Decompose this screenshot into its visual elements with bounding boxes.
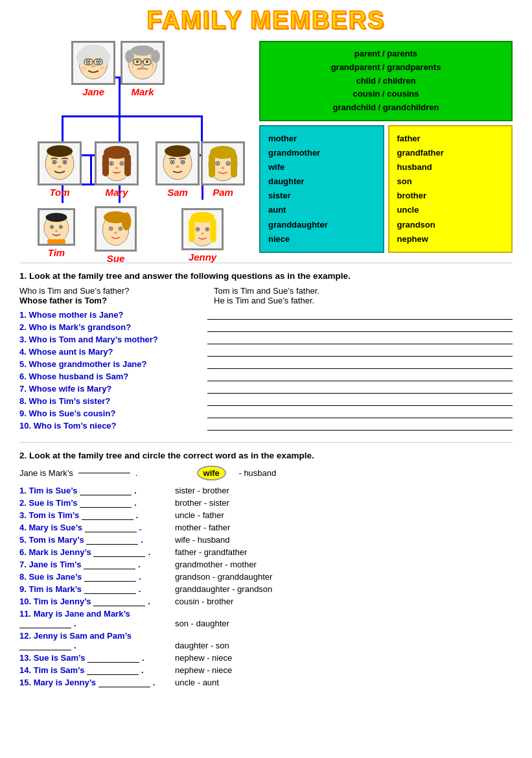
section-1: 1. Look at the family tree and answer th…	[19, 271, 513, 431]
s2-left-4: 4. Mary is Sue’s .	[19, 523, 175, 532]
question-3-text: 3. Who is Tom and Mary’s mother?	[19, 335, 207, 344]
svg-point-16	[125, 50, 134, 63]
question-8-text: 8. Who is Tim’s sister?	[19, 396, 207, 406]
svg-point-55	[222, 167, 225, 169]
person-tim: Tim	[38, 208, 75, 258]
svg-point-63	[55, 230, 58, 231]
svg-point-17	[151, 50, 160, 63]
s2-left-15: 15. Mary is Jenny’s .	[19, 678, 175, 687]
s2-left-10: 10. Tim is Jenny’s .	[19, 597, 175, 606]
svg-point-13	[100, 67, 105, 70]
s2-options-14: nephew - niece	[175, 665, 513, 675]
example-a2: He is Tim and Sue’s father.	[214, 296, 513, 305]
example-a1: Tom is Tim and Sue’s father.	[214, 286, 513, 296]
section2-title: 2. Look at the family tree and circle th…	[19, 451, 513, 460]
vocab-green-box: parent / parents grandparent / grandpare…	[259, 41, 513, 121]
svg-point-28	[54, 161, 56, 163]
question-row-2: 2. Who is Mark’s grandson?	[19, 322, 513, 332]
s2-row-12: 12. Jenny is Sam and Pam’s .daughter - s…	[19, 631, 513, 650]
svg-rect-58	[47, 239, 65, 244]
s2-row-2: 2. Sue is Tim’s .brother - sister	[19, 498, 513, 508]
s2-row-10: 10. Tim is Jenny’s .cousin - brother	[19, 597, 513, 606]
s2-blank-7	[84, 569, 135, 569]
s2-options-13: nephew - niece	[175, 653, 513, 663]
svg-point-23	[141, 65, 145, 68]
s2-options-11: son - daughter	[175, 619, 513, 628]
s2-options-12: daughter - son	[175, 641, 513, 650]
s2-blank-11	[19, 628, 71, 628]
s2-left-13: 13. Sue is Sam’s .	[19, 653, 175, 663]
svg-point-66	[122, 213, 132, 231]
svg-rect-49	[209, 153, 215, 178]
s2-options-2: brother - sister	[175, 498, 513, 508]
s2-row-5: 5. Tom is Mary’s .wife - husband	[19, 535, 513, 545]
question-row-8: 8. Who is Tim’s sister?	[19, 396, 513, 406]
section2-rows: 1. Tim is Sue’s .sister - brother2. Sue …	[19, 486, 513, 687]
s2-left-6: 6. Mark is Jenny’s .	[19, 547, 175, 557]
svg-rect-74	[189, 218, 194, 242]
question-row-7: 7. Whose wife is Mary?	[19, 383, 513, 394]
svg-point-29	[64, 161, 66, 163]
s2-options-9: granddaughter - grandson	[175, 584, 513, 594]
svg-point-25	[47, 145, 73, 157]
person-sue: Sue	[95, 206, 137, 264]
question-9-text: 9. Who is Sue’s cousin?	[19, 409, 207, 418]
svg-point-38	[121, 163, 123, 165]
question-row-5: 5. Whose grandmother is Jane?	[19, 359, 513, 369]
question-row-1: 1. Whose mother is Jane?	[19, 309, 513, 320]
s2-blank-8	[84, 581, 136, 582]
s2-left-14: 14. Tim is Sam’s .	[19, 665, 175, 675]
svg-point-80	[201, 232, 204, 235]
s2-blank-4	[85, 532, 137, 532]
s2-options-1: sister - brother	[175, 486, 513, 495]
s2-row-9: 9. Tim is Mark’s .granddaughter - grands…	[19, 584, 513, 594]
s2-left-3: 3. Tom is Tim’s .	[19, 510, 175, 520]
svg-point-61	[51, 226, 53, 228]
question-2-text: 2. Who is Mark’s grandson?	[19, 322, 207, 332]
question-5-text: 5. Whose grandmother is Jane?	[19, 359, 207, 369]
s2-left-11: 11. Mary is Jane and Mark’s .	[19, 609, 175, 628]
s2-blank-9	[84, 593, 136, 594]
svg-point-22	[146, 60, 148, 63]
svg-point-2	[76, 50, 87, 65]
question-row-9: 9. Who is Sue’s cousin?	[19, 408, 513, 418]
svg-point-3	[100, 50, 110, 65]
example-left-text: Jane is Mark’s	[19, 468, 73, 478]
svg-point-79	[207, 228, 209, 230]
svg-point-69	[110, 228, 112, 230]
s2-options-7: grandmother - mother	[175, 560, 513, 569]
svg-point-30	[58, 165, 62, 168]
s2-row-3: 3. Tom is Tim’s .uncle - father	[19, 510, 513, 520]
svg-rect-75	[211, 218, 216, 242]
person-mark: Mark	[121, 41, 165, 97]
svg-rect-34	[124, 154, 131, 176]
s2-row-15: 15. Mary is Jenny’s .uncle - aunt	[19, 678, 513, 687]
answer-line-8	[207, 396, 513, 406]
question-row-10: 10. Who is Tom’s niece?	[19, 420, 513, 431]
s2-options-10: cousin - brother	[175, 597, 513, 606]
answer-line-9	[207, 408, 513, 418]
svg-point-37	[111, 163, 113, 165]
family-tree: Jane	[19, 41, 253, 253]
answer-line-5	[207, 359, 513, 369]
s2-row-8: 8. Sue is Jane’s .grandson - granddaught…	[19, 572, 513, 582]
svg-point-70	[120, 228, 122, 230]
s2-blank-6	[93, 556, 145, 557]
s2-blank-10	[93, 606, 145, 606]
question-row-4: 4. Whose aunt is Mary?	[19, 346, 513, 357]
svg-point-44	[172, 161, 174, 163]
person-tom: Tom	[38, 141, 82, 198]
vocabulary-area: parent / parents grandparent / grandpare…	[259, 41, 513, 253]
vocab-yellow-box: fathergrandfatherhusbandsonbrotheruncleg…	[388, 125, 513, 253]
section2-example: Jane is Mark’s . wife - husband	[19, 466, 513, 480]
s2-row-1: 1. Tim is Sue’s .sister - brother	[19, 486, 513, 495]
s2-options-15: uncle - aunt	[175, 678, 513, 687]
example-fill-blank	[78, 473, 130, 473]
s2-options-5: wife - husband	[175, 535, 513, 545]
s2-left-5: 5. Tom is Mary’s .	[19, 535, 175, 545]
s2-blank-5	[86, 544, 138, 545]
svg-point-78	[197, 228, 199, 230]
s2-left-9: 9. Tim is Mark’s .	[19, 584, 175, 594]
question-10-text: 10. Who is Tom’s niece?	[19, 421, 207, 431]
person-mary: Mary	[95, 141, 139, 198]
